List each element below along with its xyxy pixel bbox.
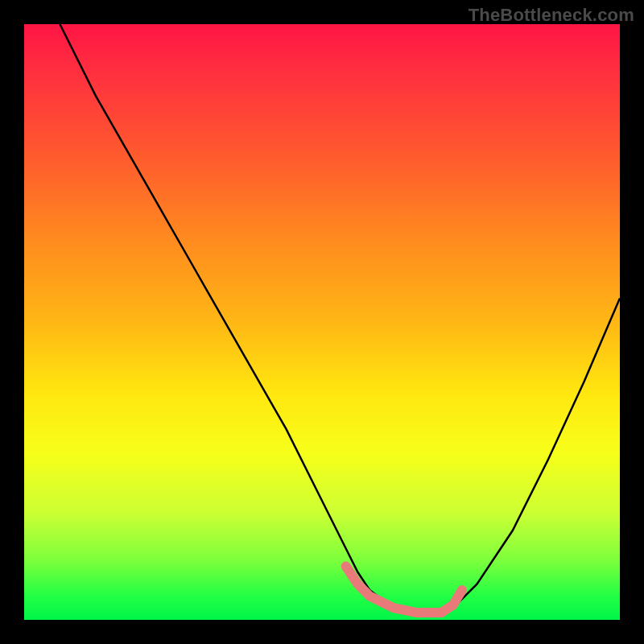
gradient-plot-area [24, 24, 620, 620]
chart-frame: TheBottleneck.com [0, 0, 644, 644]
watermark-text: TheBottleneck.com [469, 5, 634, 26]
